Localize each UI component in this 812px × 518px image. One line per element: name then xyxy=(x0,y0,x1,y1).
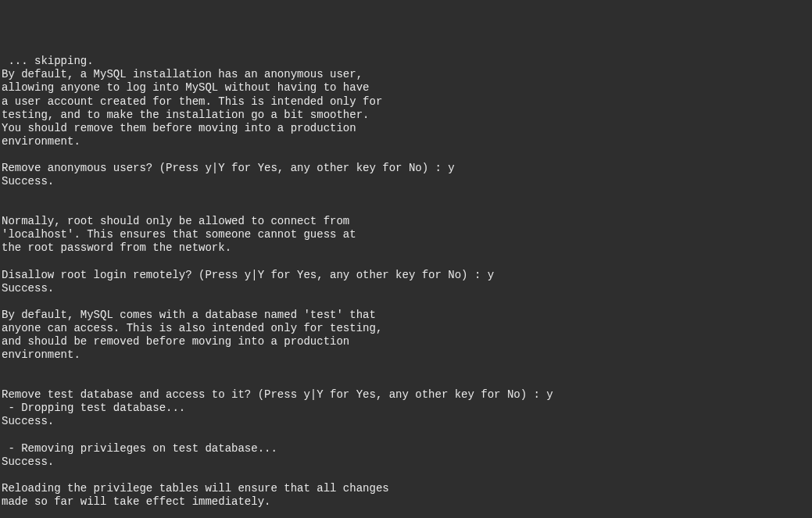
terminal-output[interactable]: ... skipping. By default, a MySQL instal… xyxy=(2,55,812,518)
terminal-text: ... skipping. By default, a MySQL instal… xyxy=(2,55,553,518)
